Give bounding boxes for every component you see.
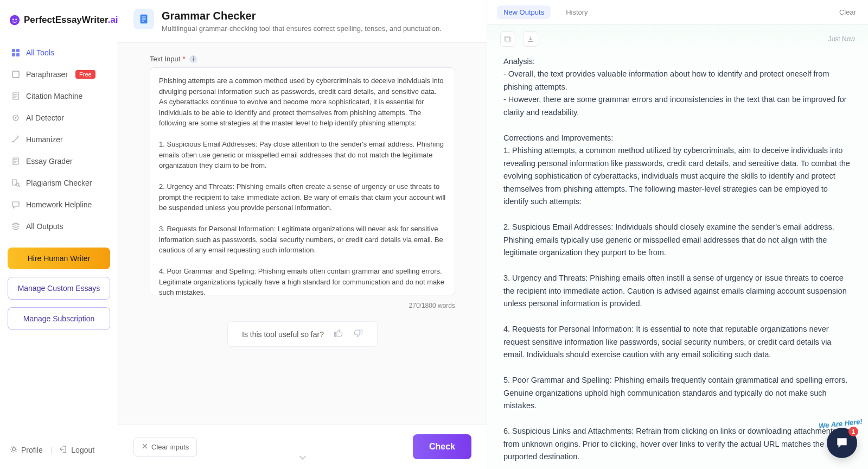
scan-icon (11, 113, 21, 123)
stack-icon (11, 221, 21, 231)
nav-humanizer[interactable]: Humanizer (5, 130, 112, 149)
nav-all-tools[interactable]: All Tools (5, 43, 112, 62)
grade-icon (11, 156, 21, 166)
cite-icon (11, 91, 21, 101)
svg-point-13 (12, 448, 16, 451)
wand-icon (11, 135, 21, 144)
clear-inputs-button[interactable]: Clear inputs (133, 438, 197, 457)
nav-label: Plagiarism Checker (26, 179, 92, 187)
tab-new-outputs[interactable]: New Outputs (497, 5, 551, 19)
nav-label: All Tools (26, 48, 54, 57)
nav-label: Citation Machine (26, 92, 82, 100)
app-root: PerfectEssayWriter.ai All Tools Paraphra… (0, 0, 868, 469)
nav-essay-grader[interactable]: Essay Grader (5, 152, 112, 170)
tool-subtitle: Multilingual grammar-checking tool that … (162, 24, 442, 33)
tool-body: Text Input* i 270/1800 words Is this too… (118, 43, 487, 424)
outputs-panel: New Outputs History Clear Just Now Analy… (487, 0, 868, 469)
brand-text: PerfectEssayWriter.ai (24, 15, 118, 26)
copy-icon[interactable] (500, 31, 515, 47)
svg-rect-11 (12, 180, 17, 185)
output-area: Just Now Analysis: - Overall, the text p… (487, 25, 868, 469)
output-text: Analysis: - Overall, the text provides v… (487, 50, 868, 469)
hire-writer-button[interactable]: Hire Human Writer (8, 248, 110, 269)
gear-icon (10, 445, 18, 455)
profile-label: Profile (21, 446, 43, 454)
logout-link[interactable]: Logout (60, 445, 94, 455)
profile-link[interactable]: Profile (10, 445, 43, 455)
feedback-bar: Is this tool useful so far? (227, 321, 378, 347)
svg-point-1 (12, 19, 14, 21)
thumbs-up-icon[interactable] (334, 328, 343, 340)
nav-plagiarism[interactable]: Plagiarism Checker (5, 174, 112, 192)
search-doc-icon (11, 178, 21, 188)
chat-icon (11, 200, 21, 210)
nav-label: Essay Grader (26, 157, 73, 166)
download-icon[interactable] (523, 31, 538, 47)
chevron-down-icon[interactable] (297, 452, 309, 466)
nav-label: Humanizer (26, 135, 63, 144)
nav-all-outputs[interactable]: All Outputs (5, 217, 112, 236)
nav-label: All Outputs (26, 222, 63, 231)
text-input[interactable] (150, 67, 455, 295)
svg-point-0 (10, 15, 20, 25)
svg-rect-6 (16, 53, 20, 56)
chat-bubble[interactable]: 1 (827, 428, 857, 458)
nav-homework[interactable]: Homework Helpline (5, 195, 112, 214)
nav-label: Homework Helpline (26, 200, 92, 209)
svg-point-2 (15, 19, 17, 21)
output-timestamp: Just Now (828, 35, 855, 43)
svg-point-9 (15, 117, 17, 119)
x-icon (142, 443, 148, 451)
brand-logo[interactable]: PerfectEssayWriter.ai (5, 9, 112, 38)
required-asterisk: * (182, 55, 185, 63)
logout-label: Logout (71, 446, 94, 454)
free-badge: Free (75, 70, 95, 79)
nav-citation[interactable]: Citation Machine (5, 87, 112, 105)
info-icon[interactable]: i (189, 55, 197, 63)
svg-rect-5 (12, 53, 15, 56)
chat-badge: 1 (848, 427, 858, 436)
divider: | (50, 446, 53, 454)
output-toolbar: Just Now (487, 25, 868, 50)
brand-icon (9, 14, 21, 26)
tool-panel: Grammar Checker Multilingual grammar-che… (118, 0, 487, 469)
nav-ai-detector[interactable]: AI Detector (5, 109, 112, 127)
manage-subscription-button[interactable]: Manage Subscription (8, 307, 110, 330)
manage-essays-button[interactable]: Manage Custom Essays (8, 277, 110, 300)
tool-title: Grammar Checker (162, 9, 442, 23)
clear-inputs-label: Clear inputs (151, 443, 189, 451)
svg-rect-4 (16, 49, 20, 52)
feedback-prompt: Is this tool useful so far? (242, 330, 324, 339)
check-button[interactable]: Check (413, 434, 471, 459)
output-tabs: New Outputs History (497, 5, 595, 19)
grid-icon (11, 48, 21, 58)
document-icon (133, 9, 154, 29)
sidebar-actions: Hire Human Writer Manage Custom Essays M… (5, 248, 112, 330)
sidebar-nav: All Tools Paraphraser Free Citation Mach… (5, 43, 112, 236)
clear-outputs-button[interactable]: Clear (839, 8, 856, 16)
tool-title-block: Grammar Checker Multilingual grammar-che… (162, 9, 442, 33)
tool-header: Grammar Checker Multilingual grammar-che… (118, 0, 487, 43)
svg-rect-7 (12, 71, 19, 78)
nav-label: AI Detector (26, 113, 64, 122)
svg-rect-3 (12, 49, 15, 52)
outputs-header: New Outputs History Clear (487, 0, 868, 25)
sidebar: PerfectEssayWriter.ai All Tools Paraphra… (0, 0, 118, 469)
sidebar-footer: Profile | Logout (5, 440, 112, 460)
input-label-text: Text Input (150, 55, 180, 63)
sparkle-icon (11, 69, 21, 79)
input-label: Text Input* i (150, 55, 455, 63)
logout-icon (60, 445, 68, 455)
nav-paraphraser[interactable]: Paraphraser Free (5, 65, 112, 84)
word-count: 270/1800 words (150, 302, 455, 309)
nav-label: Paraphraser (26, 70, 68, 79)
thumbs-down-icon[interactable] (353, 328, 363, 340)
tab-history[interactable]: History (559, 5, 594, 19)
